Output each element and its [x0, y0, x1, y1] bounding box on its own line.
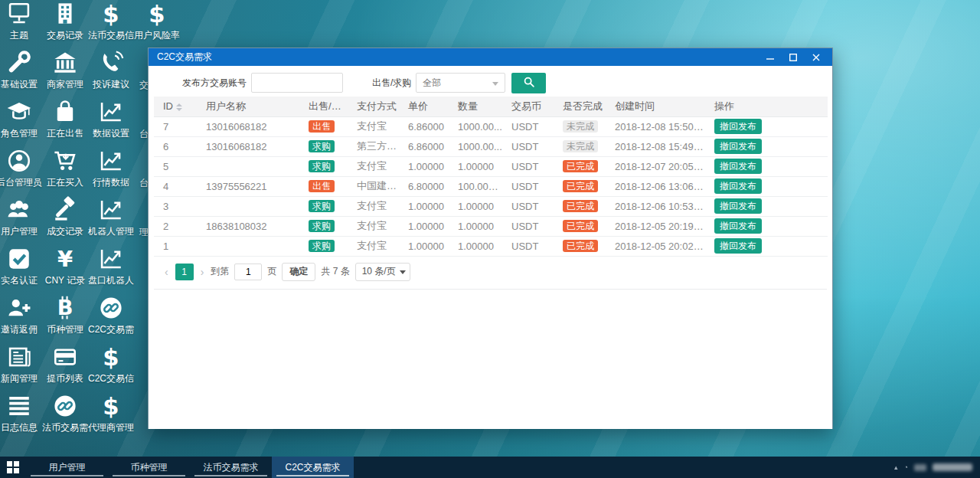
taskbar-item[interactable]: C2C交易需求 [272, 457, 354, 478]
trade-type-badge: 求购 [309, 140, 335, 152]
trade-type-badge: 求购 [299, 136, 348, 156]
goto-confirm-button[interactable]: 确定 [282, 263, 315, 281]
desktop-icon[interactable]: 投诉建议 [80, 49, 142, 90]
svg-text:$: $ [149, 1, 165, 28]
status-badge: 已完成 [563, 240, 598, 252]
unit-price: 1.00000 [399, 196, 449, 216]
taskbar-item[interactable]: 用户管理 [26, 457, 108, 478]
withdraw-publish-button[interactable]: 撤回发布 [714, 139, 762, 154]
desktop-icon[interactable]: $用户风险率 [126, 0, 188, 41]
quantity: 1000.00... [449, 116, 502, 136]
chart-icon [80, 245, 142, 273]
withdraw-publish-button[interactable]: 撤回发布 [714, 198, 762, 214]
pay-method: 支付宝 [348, 236, 399, 256]
pagination-bar: ‹ 1 › 到第 页 确定 共 7 条 10 条/页 [154, 257, 827, 290]
search-button[interactable] [511, 73, 546, 93]
row-id: 2 [154, 216, 197, 236]
window-title: C2C交易需求 [149, 51, 759, 64]
trade-type-badge: 出售 [309, 120, 335, 133]
hidden-icons-chevron-icon[interactable]: ▴ [894, 463, 898, 471]
windows-logo-icon [7, 461, 19, 473]
trade-type-selected-value: 全部 [423, 77, 441, 90]
created-time: 2018-12-05 20:02:31 [606, 236, 705, 256]
next-page-icon[interactable]: › [199, 266, 206, 278]
status-badge: 未完成 [563, 140, 598, 152]
created-time: 2018-12-06 10:53:58 [606, 196, 705, 216]
withdraw-publish-button[interactable]: 撤回发布 [714, 159, 762, 174]
withdraw-publish-button[interactable]: 撤回发布 [714, 178, 762, 194]
dollar-icon: $ [80, 343, 142, 371]
user-name [197, 236, 299, 256]
desktop-icon-label: 投诉建议 [80, 79, 142, 90]
status-badge: 未完成 [563, 120, 598, 133]
prev-page-icon[interactable]: ‹ [163, 266, 170, 278]
desktop-icon[interactable]: 行情数据 [80, 147, 142, 188]
column-header: 操作 [705, 97, 828, 116]
desktop-icon-label: 数据设置 [80, 128, 142, 139]
desktop-icon[interactable]: C2C交易需 [80, 294, 142, 335]
trade-coin: USDT [502, 116, 554, 136]
trade-coin: USDT [502, 156, 554, 176]
close-icon[interactable] [805, 48, 828, 66]
start-button[interactable] [0, 457, 26, 478]
chevron-down-icon [400, 270, 406, 274]
pay-method: 支付宝 [348, 156, 399, 176]
column-header: 支付方式 [348, 97, 399, 116]
svg-text:¥: ¥ [57, 246, 73, 272]
desktop-icon[interactable]: 数据设置 [80, 98, 142, 139]
page-size-select[interactable]: 10 条/页 [355, 263, 410, 281]
trade-type-badge: 求购 [309, 160, 335, 172]
goto-page-label: 到第 [211, 265, 229, 278]
status-badge: 已完成 [563, 200, 598, 212]
maximize-icon[interactable] [782, 48, 805, 66]
desktop-icon[interactable]: $代理商管理 [80, 392, 142, 433]
pay-method: 中国建设... [348, 176, 399, 196]
withdraw-publish-button[interactable]: 撤回发布 [714, 218, 762, 234]
quantity: 1000.00... [449, 136, 502, 156]
unit-price: 1.00000 [399, 216, 449, 236]
current-page-button[interactable]: 1 [175, 264, 194, 280]
sort-icon[interactable] [176, 103, 182, 111]
created-time: 2018-12-05 20:19:03 [606, 216, 705, 236]
unit-price: 6.80000 [399, 176, 449, 196]
action: 撤回发布 [705, 176, 828, 196]
status-badge: 已完成 [554, 216, 606, 236]
user-name: 13975556221 [197, 176, 299, 196]
trade-type-badge: 求购 [309, 220, 335, 232]
trade-type-badge: 出售 [299, 176, 348, 196]
trade-type-select[interactable]: 全部 [416, 73, 505, 93]
tray-clock-area[interactable] [933, 463, 972, 471]
goto-page-input[interactable] [234, 264, 262, 280]
table-header-row: ID用户名称出售/求购支付方式单价数量交易币是否完成创建时间操作 [154, 97, 828, 116]
table-row: 1求购支付宝1.000001.00000USDT已完成2018-12-05 20… [154, 236, 828, 256]
search-bar: 发布方交易账号 出售/求购 全部 [149, 66, 832, 97]
window-titlebar[interactable]: C2C交易需求 [149, 48, 832, 66]
status-badge: 已完成 [554, 196, 606, 216]
page-size-value: 10 条/页 [362, 265, 396, 278]
quantity: 1.00000 [449, 196, 502, 216]
taskbar-item[interactable]: 币种管理 [108, 457, 190, 478]
minimize-icon[interactable] [759, 48, 782, 66]
withdraw-publish-button[interactable]: 撤回发布 [714, 238, 762, 254]
unit-price: 6.86000 [399, 136, 449, 156]
desktop-icon[interactable]: 机器人管理 [80, 196, 142, 237]
taskbar-item[interactable]: 法币交易需求 [190, 457, 272, 478]
svg-text:$: $ [103, 1, 119, 28]
created-time: 2018-12-08 15:50:56 [606, 116, 705, 136]
column-header: 单价 [399, 97, 449, 116]
tray-status-icon[interactable]: ◔ [904, 463, 908, 471]
withdraw-publish-button[interactable]: 撤回发布 [714, 119, 762, 134]
desktop-icon[interactable]: $C2C交易信 [80, 343, 142, 384]
trade-coin: USDT [502, 176, 554, 196]
desktop-icon[interactable]: 盘口机器人 [80, 245, 142, 286]
action: 撤回发布 [705, 196, 828, 216]
dollar-icon: $ [80, 392, 142, 420]
table-row: 413975556221出售中国建设...6.80000100.00000USD… [154, 176, 828, 196]
publisher-account-input[interactable] [251, 73, 343, 93]
user-name [197, 156, 299, 176]
table-body: 713016068182出售支付宝6.860001000.00...USDT未完… [154, 116, 828, 256]
tray-icon[interactable] [914, 464, 926, 471]
pay-method: 支付宝 [348, 116, 399, 136]
trade-type-badge: 求购 [309, 240, 335, 252]
row-id: 4 [154, 176, 197, 196]
